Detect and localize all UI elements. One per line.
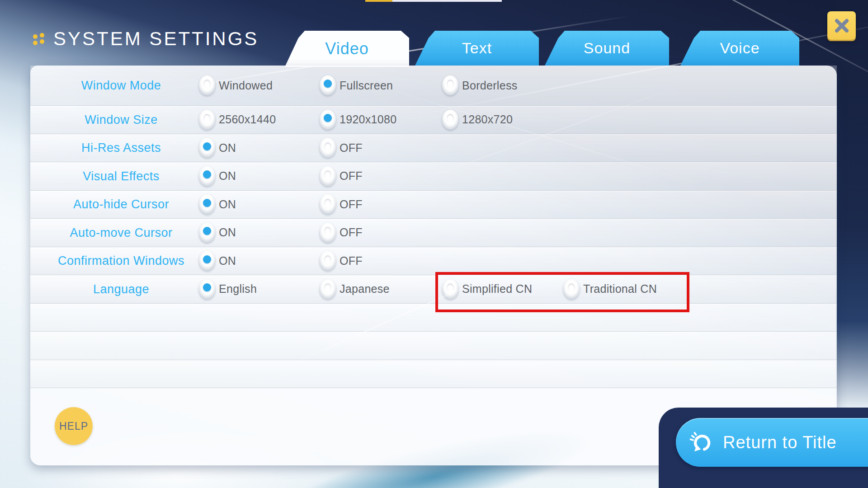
setting-label: Window Mode — [30, 79, 212, 93]
settings-panel: Window Mode Windowed Fullscreen Borderle… — [30, 66, 837, 465]
radio-button[interactable] — [199, 279, 215, 299]
option-label: ON — [219, 254, 236, 267]
radio-button[interactable] — [320, 223, 336, 243]
radio-button[interactable] — [199, 251, 215, 271]
setting-row-hires-assets: Hi-Res Assets ON OFF — [30, 134, 837, 163]
radio-button[interactable] — [320, 166, 336, 186]
option-label: ON — [219, 169, 236, 183]
option-japanese[interactable]: Japanese — [320, 279, 390, 299]
empty-row — [30, 304, 837, 332]
radio-button[interactable] — [199, 75, 215, 95]
tab-voice-label: Voice — [720, 39, 760, 57]
option-label: OFF — [340, 198, 363, 211]
radio-button[interactable] — [442, 75, 458, 95]
option-label: Fullscreen — [340, 79, 393, 92]
setting-label: Confirmation Windows — [30, 254, 212, 268]
radio-button[interactable] — [199, 194, 215, 214]
option-label: ON — [219, 226, 236, 239]
option-on[interactable]: ON — [199, 223, 236, 243]
radio-button[interactable] — [563, 279, 580, 299]
setting-label: Language — [30, 282, 212, 296]
option-2560x1440[interactable]: 2560x1440 — [199, 110, 276, 130]
tab-sound[interactable]: Sound — [545, 31, 669, 66]
option-1280x720[interactable]: 1280x720 — [442, 110, 513, 130]
option-label: 868x488 — [340, 113, 396, 126]
page-title: SYSTEM SETTINGS — [32, 28, 259, 50]
option-label: OFF — [340, 169, 363, 183]
tab-text[interactable]: Text — [415, 31, 539, 66]
option-label: OFF — [340, 254, 363, 267]
option-off[interactable]: OFF — [320, 166, 363, 186]
radio-button[interactable] — [320, 75, 336, 95]
tab-video-label: Video — [325, 39, 368, 58]
radio-button[interactable] — [442, 110, 458, 130]
background-navy-strip — [836, 0, 868, 411]
option-label: Borderless — [462, 79, 518, 92]
top-edge-strip-yellow — [365, 0, 392, 2]
help-button-label: HELP — [59, 420, 88, 432]
option-off[interactable]: OFF — [320, 194, 363, 214]
radio-button[interactable] — [320, 251, 336, 271]
radio-button[interactable] — [199, 166, 215, 186]
system-settings-screen: SYSTEM SETTINGS Video Text Sound Voice W… — [0, 0, 868, 488]
option-off[interactable]: OFF — [320, 138, 363, 158]
bottom-right-panel: Return to Title — [659, 408, 868, 488]
option-on[interactable]: ON — [199, 194, 236, 214]
setting-label: Hi-Res Assets — [30, 141, 212, 155]
option-label: Simplified CN — [462, 282, 532, 296]
setting-label: Visual Effects — [30, 169, 212, 183]
option-windowed[interactable]: Windowed — [199, 75, 273, 95]
option-label: ON — [219, 141, 236, 155]
top-edge-strip-white — [392, 0, 502, 2]
radio-button[interactable] — [320, 194, 336, 214]
option-fullscreen[interactable]: Fullscreen — [320, 75, 393, 95]
option-label: OFF — [340, 226, 363, 239]
four-dots-icon — [32, 32, 46, 46]
radio-button[interactable] — [199, 138, 215, 158]
option-label: ON — [219, 198, 236, 211]
empty-row — [30, 332, 837, 360]
return-to-title-button[interactable]: Return to Title — [676, 418, 868, 467]
option-off[interactable]: OFF — [320, 251, 363, 271]
radio-button[interactable] — [320, 138, 336, 158]
option-label: OFF — [340, 141, 363, 155]
return-to-title-label: Return to Title — [723, 433, 837, 452]
option-label: 2560x1440 — [219, 113, 276, 126]
setting-row-language: Language English Japanese Simplified CN … — [30, 275, 837, 304]
option-on[interactable]: ON — [199, 138, 236, 158]
setting-row-automove-cursor: Auto-move Cursor ON OFF — [30, 219, 837, 247]
close-button[interactable] — [827, 11, 856, 40]
option-label: 1280x720 — [462, 113, 513, 126]
empty-row — [30, 360, 837, 389]
radio-button[interactable] — [199, 110, 215, 130]
tab-text-label: Text — [462, 39, 492, 57]
option-on[interactable]: ON — [199, 166, 236, 186]
setting-row-window-mode: Window Mode Windowed Fullscreen Borderle… — [30, 66, 837, 106]
option-off[interactable]: OFF — [320, 223, 363, 243]
option-traditional-cn[interactable]: Traditional CN — [563, 279, 657, 299]
setting-row-confirmation-windows: Confirmation Windows ON OFF — [30, 247, 837, 276]
option-label: English — [219, 282, 257, 296]
return-arrow-icon — [689, 429, 715, 455]
tab-video[interactable]: Video — [285, 31, 409, 67]
tab-voice[interactable]: Voice — [680, 31, 799, 66]
setting-row-autohide-cursor: Auto-hide Cursor ON OFF — [30, 191, 837, 219]
setting-row-visual-effects: Visual Effects ON OFF — [30, 162, 837, 191]
option-on[interactable]: ON — [199, 251, 236, 271]
setting-row-window-size: Window Size 2560x1440 868x488 1280x720 — [30, 106, 837, 134]
radio-button[interactable] — [320, 279, 336, 299]
option-868x488[interactable]: 868x488 — [320, 110, 396, 130]
option-english[interactable]: English — [199, 279, 257, 299]
option-label: Windowed — [219, 79, 273, 92]
help-button[interactable]: HELP — [55, 407, 93, 445]
option-label: Traditional CN — [583, 282, 657, 296]
tab-sound-label: Sound — [584, 39, 630, 57]
radio-button[interactable] — [320, 110, 336, 130]
option-simplified-cn[interactable]: Simplified CN — [442, 279, 532, 299]
page-title-text: SYSTEM SETTINGS — [53, 28, 259, 50]
radio-button[interactable] — [199, 223, 215, 243]
setting-label: Auto-hide Cursor — [30, 197, 212, 211]
radio-button[interactable] — [442, 279, 458, 299]
option-borderless[interactable]: Borderless — [442, 75, 518, 95]
close-icon — [833, 17, 851, 35]
